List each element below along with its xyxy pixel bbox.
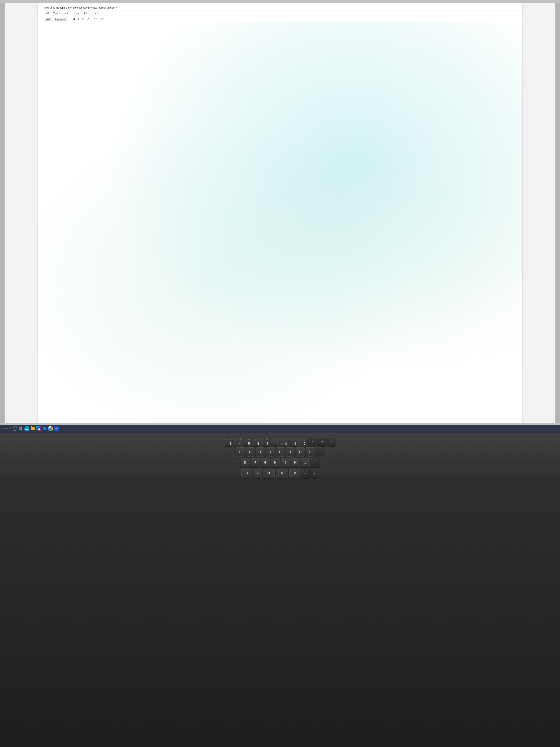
doc-body[interactable]	[37, 22, 522, 423]
font-size-select[interactable]: 12pt ∨	[44, 17, 53, 21]
key-comma[interactable]: <	[301, 468, 310, 478]
key-G[interactable]: G	[261, 458, 270, 467]
bold-button[interactable]: B	[72, 17, 76, 21]
mail-icon[interactable]	[42, 426, 47, 431]
key-fn-r1[interactable]	[308, 438, 316, 446]
svg-rect-7	[39, 429, 40, 430]
key-C[interactable]: C	[241, 468, 252, 478]
key-6[interactable]: ^ 6	[252, 438, 260, 446]
italic-button[interactable]: I	[77, 17, 80, 21]
key-Y[interactable]: Y	[266, 447, 275, 457]
key-5[interactable]: % 5	[243, 438, 251, 446]
menu-table[interactable]: Table	[93, 12, 100, 15]
key-fn-row: # 3 $ 4 % 5 ^ 6	[224, 438, 306, 446]
key-D[interactable]: D	[241, 458, 250, 467]
key-L[interactable]: L 2	[301, 458, 310, 467]
edge-icon[interactable]	[24, 426, 29, 431]
key-period[interactable]: >	[311, 468, 319, 478]
key-fn-r2[interactable]	[317, 438, 326, 446]
key-K[interactable]: K	[291, 458, 300, 467]
key-8[interactable]: 8	[280, 438, 288, 446]
key-O[interactable]: O 5	[296, 447, 305, 457]
taskview-button[interactable]	[18, 426, 23, 431]
underline-button[interactable]: U	[81, 17, 85, 21]
key-T[interactable]: T	[256, 447, 265, 457]
folder-icon[interactable]	[30, 426, 35, 431]
number-row: # 3 $ 4 % 5 ^ 6	[26, 438, 534, 446]
word-label: W	[55, 427, 58, 430]
fn-keys-right	[308, 438, 336, 446]
svg-rect-6	[37, 429, 38, 430]
menu-tools[interactable]: Tools	[83, 12, 90, 15]
menu-view[interactable]: View	[53, 12, 58, 15]
svg-rect-4	[37, 428, 38, 429]
key-F[interactable]: F	[251, 458, 260, 467]
superscript-button[interactable]: T2∨	[100, 17, 105, 21]
key-E[interactable]: E	[236, 447, 245, 457]
taskbar: to search	[0, 425, 560, 433]
chrome-icon[interactable]	[48, 426, 53, 431]
svg-rect-1	[21, 428, 22, 429]
taskbar-search-area: to search	[3, 428, 10, 430]
key-3[interactable]: # 3	[224, 438, 233, 446]
keyboard-area: # 3 $ 4 % 5 ^ 6	[0, 433, 560, 747]
key-B[interactable]: B	[263, 468, 275, 478]
search-button[interactable]	[13, 427, 17, 431]
home-row: D F G H J 1 K L 2 ;	[26, 458, 534, 467]
svg-rect-5	[39, 428, 40, 429]
key-V[interactable]: V	[253, 468, 262, 478]
key-M[interactable]: M 0	[289, 468, 300, 478]
word-icon[interactable]: W	[54, 426, 59, 431]
key-semicolon[interactable]: ;	[311, 458, 319, 467]
font-color-button[interactable]: A∨	[86, 17, 92, 21]
qwerty-row1: E R T Y U 4 I O 5 P 6 [	[26, 447, 534, 457]
bottom-row: C V B N M 0 < >	[26, 468, 534, 478]
title-underlined: Type 1 Interferon pathway	[60, 6, 87, 9]
key-dot[interactable]: ·	[271, 438, 279, 446]
svg-rect-13	[330, 441, 331, 442]
menu-bar: Edit View Insert Format Tools Table	[37, 11, 522, 16]
paragraph-select[interactable]: Paragraph ∨	[54, 17, 68, 21]
menu-insert[interactable]: Insert	[62, 12, 69, 15]
key-P[interactable]: P 6	[306, 447, 315, 457]
store-icon[interactable]	[36, 426, 41, 431]
svg-rect-11	[321, 441, 321, 442]
keyboard: # 3 $ 4 % 5 ^ 6	[26, 438, 534, 478]
key-9[interactable]: ( 9	[289, 438, 297, 446]
key-0[interactable]: ) 0	[298, 438, 306, 446]
doc-title: How does the Type 1 Interferon pathway p…	[37, 3, 522, 11]
key-4[interactable]: $ 4	[234, 438, 242, 446]
key-N[interactable]: N	[276, 468, 288, 478]
key-U[interactable]: U 4	[276, 447, 285, 457]
menu-format[interactable]: Format	[72, 12, 80, 15]
key-J[interactable]: J 1	[281, 458, 290, 467]
key-R[interactable]: R	[246, 447, 255, 457]
svg-point-10	[50, 428, 52, 430]
key-fn-r3[interactable]	[327, 438, 336, 446]
toolbar: 12pt ∨ Paragraph ∨ B I U A∨	[37, 16, 522, 22]
menu-edit[interactable]: Edit	[44, 12, 49, 15]
key-7[interactable]: & 7 7	[261, 438, 269, 446]
svg-rect-12	[322, 441, 323, 442]
key-I[interactable]: I	[286, 447, 295, 457]
svg-rect-3	[21, 429, 22, 430]
highlight-button[interactable]: ✏∨	[93, 17, 99, 21]
svg-rect-0	[20, 428, 21, 429]
key-H[interactable]: H	[271, 458, 280, 467]
key-bracket-open[interactable]: [	[316, 447, 324, 457]
svg-rect-2	[20, 429, 21, 430]
search-label: to search	[3, 428, 10, 430]
more-options-button[interactable]: ⋮	[108, 17, 113, 21]
